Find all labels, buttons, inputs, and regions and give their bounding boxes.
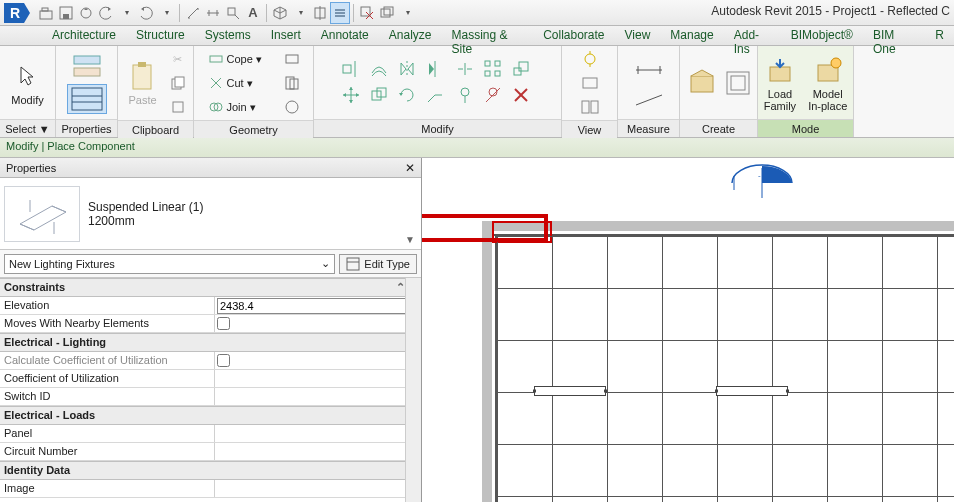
drawing-canvas[interactable]: - (422, 158, 954, 502)
view-compass[interactable]: - (722, 158, 802, 208)
properties-icon-2[interactable] (67, 84, 107, 114)
switch-windows-icon[interactable] (377, 2, 397, 24)
view-icon-3[interactable] (579, 96, 601, 118)
type-selector[interactable]: Suspended Linear (1) 1200mm ▼ (0, 178, 421, 250)
paste-label: Paste (128, 94, 156, 106)
app-menu-button[interactable]: R (2, 1, 32, 25)
rotate-icon[interactable] (396, 84, 418, 106)
thin-lines-icon[interactable] (330, 2, 350, 24)
undo-dropdown[interactable] (116, 2, 136, 24)
unpin-icon[interactable] (482, 84, 504, 106)
move-icon[interactable] (340, 84, 362, 106)
measure-icon[interactable] (183, 2, 203, 24)
tab-annotate[interactable]: Annotate (311, 26, 379, 45)
view-icon-1[interactable] (579, 48, 601, 70)
tab-systems[interactable]: Systems (195, 26, 261, 45)
geom-icon-c[interactable] (281, 96, 303, 118)
svg-rect-56 (485, 71, 490, 76)
text-icon[interactable]: A (243, 2, 263, 24)
instance-filter-combo[interactable]: New Lighting Fixtures ⌄ (4, 254, 335, 274)
elevation-label: Elevation (0, 297, 215, 314)
tab-architecture[interactable]: Architecture (42, 26, 126, 45)
3d-dropdown[interactable] (290, 2, 310, 24)
measure-btn[interactable] (629, 55, 669, 85)
copy-mod-icon[interactable] (368, 84, 390, 106)
panel-select-label[interactable]: Select ▼ (0, 119, 55, 137)
group-identity[interactable]: Identity Data⌃ (0, 461, 421, 480)
cursor-icon (12, 60, 44, 92)
measure-btn2[interactable] (629, 89, 669, 111)
group-elec-light[interactable]: Electrical - Lighting⌃ (0, 333, 421, 352)
cut-geom-button[interactable]: Cut ▾ (205, 72, 277, 94)
mirror-pick-icon[interactable] (424, 58, 446, 80)
moves-checkbox[interactable] (217, 317, 230, 330)
group-constraints[interactable]: Constraints⌃ ⌃ (0, 278, 421, 297)
3d-view-icon[interactable] (270, 2, 290, 24)
properties-palette: Properties ✕ Suspended Linear (1) 1200mm… (0, 158, 422, 502)
redo-icon[interactable] (136, 2, 156, 24)
undo-icon[interactable] (96, 2, 116, 24)
tab-manage[interactable]: Manage (660, 26, 723, 45)
create-icon-2[interactable] (723, 66, 753, 100)
palette-scrollbar[interactable] (405, 278, 421, 502)
cut-icon[interactable]: ✂ (167, 48, 189, 70)
tab-analyze[interactable]: Analyze (379, 26, 442, 45)
tab-insert[interactable]: Insert (261, 26, 311, 45)
cope-button[interactable]: Cope ▾ (205, 48, 277, 70)
delete-icon[interactable] (510, 84, 532, 106)
tab-extra[interactable]: R (925, 26, 954, 45)
tab-bimobject[interactable]: BIMobject® (781, 26, 863, 45)
tab-collaborate[interactable]: Collaborate (533, 26, 614, 45)
modify-tool[interactable]: Modify (7, 58, 47, 108)
tab-massing[interactable]: Massing & Site (442, 26, 534, 45)
svg-rect-60 (519, 62, 528, 71)
offset-icon[interactable] (368, 58, 390, 80)
elevation-input[interactable] (217, 298, 419, 314)
save-icon[interactable] (56, 2, 76, 24)
align-dim-icon[interactable] (203, 2, 223, 24)
tag-icon[interactable] (223, 2, 243, 24)
load-family-button[interactable]: Load Family (760, 52, 800, 114)
edit-type-label: Edit Type (364, 258, 410, 270)
scale-icon[interactable] (510, 58, 532, 80)
matchtype-icon[interactable] (167, 96, 189, 118)
svg-rect-30 (133, 65, 151, 89)
svg-rect-79 (731, 76, 745, 90)
redo-dropdown[interactable] (156, 2, 176, 24)
view-icon-2[interactable] (579, 72, 601, 94)
properties-icon-1[interactable] (67, 52, 107, 82)
copy-icon[interactable] (167, 72, 189, 94)
tab-view[interactable]: View (615, 26, 661, 45)
paste-button[interactable]: Paste (123, 58, 163, 108)
switch-dropdown[interactable] (397, 2, 417, 24)
main-tabs: Architecture Structure Systems Insert An… (0, 26, 954, 46)
align-icon[interactable] (340, 58, 362, 80)
fixture-2[interactable] (716, 386, 788, 396)
calc-coef-checkbox[interactable] (217, 354, 230, 367)
sync-icon[interactable] (76, 2, 96, 24)
tab-bimone[interactable]: BIM One (863, 26, 925, 45)
join-button[interactable]: Join ▾ (205, 96, 277, 118)
geom-icon-a[interactable] (281, 48, 303, 70)
palette-close-icon[interactable]: ✕ (405, 161, 415, 175)
pin-icon[interactable] (454, 84, 476, 106)
fixture-1[interactable] (534, 386, 606, 396)
svg-rect-87 (347, 258, 359, 270)
geom-icon-b[interactable] (281, 72, 303, 94)
tab-structure[interactable]: Structure (126, 26, 195, 45)
context-bar: Modify | Place Component (0, 138, 954, 158)
array-icon[interactable] (482, 58, 504, 80)
close-inactive-icon[interactable] (357, 2, 377, 24)
edit-type-button[interactable]: Edit Type (339, 254, 417, 274)
split-icon[interactable] (454, 58, 476, 80)
join-label: Join ▾ (227, 101, 256, 114)
section-icon[interactable] (310, 2, 330, 24)
mirror-axis-icon[interactable] (396, 58, 418, 80)
create-icon-1[interactable] (685, 66, 719, 100)
open-icon[interactable] (36, 2, 56, 24)
group-elec-loads[interactable]: Electrical - Loads⌃ (0, 406, 421, 425)
tab-addins[interactable]: Add-Ins (724, 26, 781, 45)
trim-icon[interactable] (424, 84, 446, 106)
model-inplace-button[interactable]: Model In-place (804, 52, 851, 114)
type-dropdown-icon[interactable]: ▼ (405, 234, 415, 245)
